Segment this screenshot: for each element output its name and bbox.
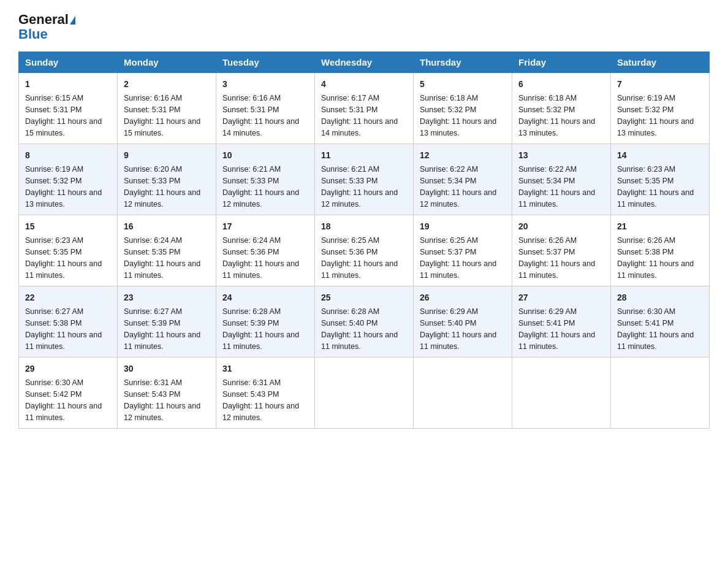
day-info: Sunrise: 6:26 AMSunset: 5:37 PMDaylight:… [518, 236, 595, 279]
calendar-cell: 4Sunrise: 6:17 AMSunset: 5:31 PMDaylight… [315, 73, 414, 144]
calendar-cell: 26Sunrise: 6:29 AMSunset: 5:40 PMDayligh… [414, 286, 512, 358]
calendar-cell: 1Sunrise: 6:15 AMSunset: 5:31 PMDaylight… [19, 73, 118, 144]
day-info: Sunrise: 6:15 AMSunset: 5:31 PMDaylight:… [25, 94, 102, 137]
calendar-cell: 28Sunrise: 6:30 AMSunset: 5:41 PMDayligh… [611, 286, 710, 358]
calendar-cell: 31Sunrise: 6:31 AMSunset: 5:43 PMDayligh… [216, 358, 315, 429]
calendar-cell: 17Sunrise: 6:24 AMSunset: 5:36 PMDayligh… [216, 215, 315, 286]
day-number: 7 [617, 78, 703, 91]
logo: General Blue [18, 12, 75, 42]
day-number: 2 [124, 78, 210, 91]
calendar-cell [611, 358, 710, 429]
day-info: Sunrise: 6:29 AMSunset: 5:40 PMDaylight:… [420, 307, 496, 350]
day-number: 17 [222, 220, 308, 233]
day-number: 25 [321, 291, 407, 304]
day-number: 8 [25, 149, 111, 162]
day-info: Sunrise: 6:30 AMSunset: 5:42 PMDaylight:… [25, 378, 102, 421]
calendar-week-row: 22Sunrise: 6:27 AMSunset: 5:38 PMDayligh… [19, 286, 710, 358]
day-number: 27 [518, 291, 604, 304]
calendar-cell: 10Sunrise: 6:21 AMSunset: 5:33 PMDayligh… [216, 144, 315, 215]
calendar-table: SundayMondayTuesdayWednesdayThursdayFrid… [18, 52, 710, 429]
day-number: 19 [420, 220, 506, 233]
day-info: Sunrise: 6:27 AMSunset: 5:38 PMDaylight:… [25, 307, 102, 350]
day-info: Sunrise: 6:23 AMSunset: 5:35 PMDaylight:… [617, 165, 694, 208]
calendar-cell: 20Sunrise: 6:26 AMSunset: 5:37 PMDayligh… [512, 215, 611, 286]
day-info: Sunrise: 6:31 AMSunset: 5:43 PMDaylight:… [222, 378, 299, 421]
day-info: Sunrise: 6:22 AMSunset: 5:34 PMDaylight:… [518, 165, 595, 208]
day-number: 18 [321, 220, 407, 233]
day-info: Sunrise: 6:16 AMSunset: 5:31 PMDaylight:… [124, 94, 200, 137]
day-number: 4 [321, 78, 407, 91]
day-info: Sunrise: 6:22 AMSunset: 5:34 PMDaylight:… [420, 165, 496, 208]
day-info: Sunrise: 6:16 AMSunset: 5:31 PMDaylight:… [222, 94, 299, 137]
day-number: 15 [25, 220, 111, 233]
calendar-cell: 14Sunrise: 6:23 AMSunset: 5:35 PMDayligh… [611, 144, 710, 215]
header-thursday: Thursday [414, 52, 512, 73]
day-number: 30 [124, 362, 210, 375]
calendar-week-row: 29Sunrise: 6:30 AMSunset: 5:42 PMDayligh… [19, 358, 710, 429]
calendar-cell: 6Sunrise: 6:18 AMSunset: 5:32 PMDaylight… [512, 73, 611, 144]
day-info: Sunrise: 6:31 AMSunset: 5:43 PMDaylight:… [124, 378, 200, 421]
calendar-cell: 21Sunrise: 6:26 AMSunset: 5:38 PMDayligh… [611, 215, 710, 286]
day-info: Sunrise: 6:18 AMSunset: 5:32 PMDaylight:… [518, 94, 595, 137]
calendar-cell [315, 358, 414, 429]
calendar-cell: 22Sunrise: 6:27 AMSunset: 5:38 PMDayligh… [19, 286, 118, 358]
calendar-cell: 2Sunrise: 6:16 AMSunset: 5:31 PMDaylight… [118, 73, 216, 144]
calendar-cell: 24Sunrise: 6:28 AMSunset: 5:39 PMDayligh… [216, 286, 315, 358]
day-info: Sunrise: 6:24 AMSunset: 5:36 PMDaylight:… [222, 236, 299, 279]
calendar-cell: 15Sunrise: 6:23 AMSunset: 5:35 PMDayligh… [19, 215, 118, 286]
calendar-cell: 23Sunrise: 6:27 AMSunset: 5:39 PMDayligh… [118, 286, 216, 358]
calendar-cell: 29Sunrise: 6:30 AMSunset: 5:42 PMDayligh… [19, 358, 118, 429]
day-number: 14 [617, 149, 703, 162]
calendar-week-row: 8Sunrise: 6:19 AMSunset: 5:32 PMDaylight… [19, 144, 710, 215]
day-info: Sunrise: 6:25 AMSunset: 5:36 PMDaylight:… [321, 236, 398, 279]
logo-general-text: General [18, 12, 69, 27]
calendar-cell: 13Sunrise: 6:22 AMSunset: 5:34 PMDayligh… [512, 144, 611, 215]
calendar-cell: 9Sunrise: 6:20 AMSunset: 5:33 PMDaylight… [118, 144, 216, 215]
day-info: Sunrise: 6:28 AMSunset: 5:39 PMDaylight:… [222, 307, 299, 350]
day-info: Sunrise: 6:19 AMSunset: 5:32 PMDaylight:… [617, 94, 694, 137]
day-number: 28 [617, 291, 703, 304]
day-number: 10 [222, 149, 308, 162]
calendar-cell: 3Sunrise: 6:16 AMSunset: 5:31 PMDaylight… [216, 73, 315, 144]
day-info: Sunrise: 6:19 AMSunset: 5:32 PMDaylight:… [25, 165, 102, 208]
day-number: 22 [25, 291, 111, 304]
day-number: 20 [518, 220, 604, 233]
day-number: 24 [222, 291, 308, 304]
calendar-cell [414, 358, 512, 429]
calendar-week-row: 15Sunrise: 6:23 AMSunset: 5:35 PMDayligh… [19, 215, 710, 286]
day-number: 11 [321, 149, 407, 162]
header-friday: Friday [512, 52, 611, 73]
header-monday: Monday [118, 52, 216, 73]
calendar-cell: 25Sunrise: 6:28 AMSunset: 5:40 PMDayligh… [315, 286, 414, 358]
day-number: 9 [124, 149, 210, 162]
day-info: Sunrise: 6:21 AMSunset: 5:33 PMDaylight:… [321, 165, 398, 208]
day-info: Sunrise: 6:28 AMSunset: 5:40 PMDaylight:… [321, 307, 398, 350]
day-number: 1 [25, 78, 111, 91]
day-number: 5 [420, 78, 506, 91]
day-info: Sunrise: 6:21 AMSunset: 5:33 PMDaylight:… [222, 165, 299, 208]
calendar-cell: 5Sunrise: 6:18 AMSunset: 5:32 PMDaylight… [414, 73, 512, 144]
day-info: Sunrise: 6:29 AMSunset: 5:41 PMDaylight:… [518, 307, 595, 350]
logo-triangle-icon [70, 16, 75, 25]
day-info: Sunrise: 6:30 AMSunset: 5:41 PMDaylight:… [617, 307, 694, 350]
day-info: Sunrise: 6:24 AMSunset: 5:35 PMDaylight:… [124, 236, 200, 279]
day-info: Sunrise: 6:25 AMSunset: 5:37 PMDaylight:… [420, 236, 496, 279]
day-info: Sunrise: 6:17 AMSunset: 5:31 PMDaylight:… [321, 94, 398, 137]
day-number: 23 [124, 291, 210, 304]
day-info: Sunrise: 6:27 AMSunset: 5:39 PMDaylight:… [124, 307, 200, 350]
day-number: 21 [617, 220, 703, 233]
calendar-cell: 27Sunrise: 6:29 AMSunset: 5:41 PMDayligh… [512, 286, 611, 358]
calendar-cell: 11Sunrise: 6:21 AMSunset: 5:33 PMDayligh… [315, 144, 414, 215]
day-number: 16 [124, 220, 210, 233]
day-number: 26 [420, 291, 506, 304]
day-info: Sunrise: 6:20 AMSunset: 5:33 PMDaylight:… [124, 165, 200, 208]
calendar-cell [512, 358, 611, 429]
day-info: Sunrise: 6:18 AMSunset: 5:32 PMDaylight:… [420, 94, 496, 137]
calendar-cell: 7Sunrise: 6:19 AMSunset: 5:32 PMDaylight… [611, 73, 710, 144]
day-info: Sunrise: 6:26 AMSunset: 5:38 PMDaylight:… [617, 236, 694, 279]
calendar-cell: 30Sunrise: 6:31 AMSunset: 5:43 PMDayligh… [118, 358, 216, 429]
calendar-week-row: 1Sunrise: 6:15 AMSunset: 5:31 PMDaylight… [19, 73, 710, 144]
header-wednesday: Wednesday [315, 52, 414, 73]
day-info: Sunrise: 6:23 AMSunset: 5:35 PMDaylight:… [25, 236, 102, 279]
calendar-cell: 19Sunrise: 6:25 AMSunset: 5:37 PMDayligh… [414, 215, 512, 286]
